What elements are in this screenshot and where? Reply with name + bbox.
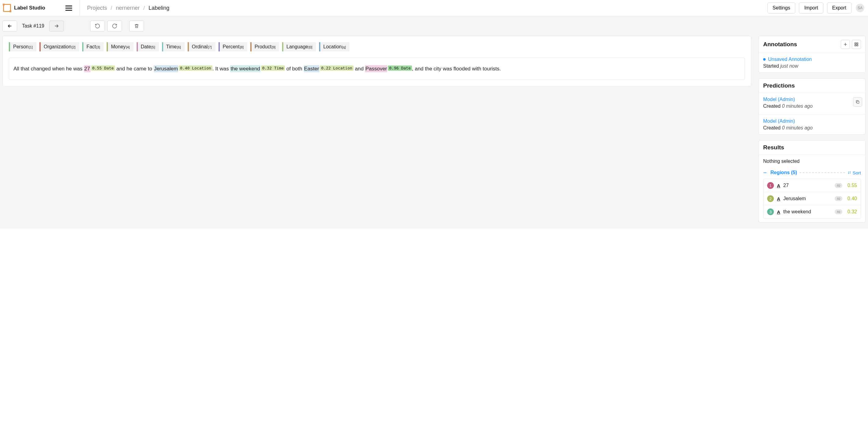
logo-icon — [3, 4, 11, 12]
span-easter[interactable]: Easter — [304, 65, 319, 72]
text-region-icon: A — [777, 196, 780, 201]
region-number: 3 — [767, 208, 774, 215]
label-date[interactable]: Date[5] — [136, 42, 159, 51]
region-text: the weekend — [783, 209, 832, 215]
results-panel: Results Nothing selected − Regions (5) S… — [758, 140, 866, 223]
avatar[interactable]: SA — [856, 4, 864, 12]
span-passover[interactable]: Passover — [365, 65, 387, 72]
region-number: 2 — [767, 195, 774, 202]
label-time[interactable]: Time[6] — [162, 42, 185, 51]
span-badge: 0.40 Location — [179, 65, 212, 71]
undo-button[interactable] — [90, 21, 105, 31]
svg-rect-2 — [855, 45, 856, 46]
region-text: Jerusalem — [783, 196, 832, 201]
region-item[interactable]: 2AJerusalemro0.40 — [764, 192, 861, 205]
text-content[interactable]: All that changed when he was 270.55 Date… — [9, 58, 745, 80]
sort-button[interactable]: Sort — [847, 170, 861, 175]
region-text: 27 — [783, 183, 832, 188]
nothing-selected: Nothing selected — [763, 159, 861, 164]
divider — [80, 0, 80, 16]
readonly-badge: ro — [835, 183, 842, 188]
predictions-panel: Predictions Model (Admin)Created 0 minut… — [758, 78, 866, 135]
region-item[interactable]: 3Athe weekendro0.32 — [764, 205, 861, 218]
prediction-model-link[interactable]: Model (Admin) — [763, 97, 861, 102]
svg-rect-1 — [857, 43, 858, 44]
region-score: 0.32 — [845, 209, 857, 215]
label-percent[interactable]: Percent[8] — [219, 42, 247, 51]
settings-button[interactable]: Settings — [768, 2, 796, 13]
collapse-icon[interactable]: − — [763, 170, 767, 176]
back-button[interactable] — [2, 21, 17, 31]
breadcrumb-project[interactable]: nernerner — [116, 5, 140, 11]
region-item[interactable]: 1A27ro0.55 — [764, 179, 861, 192]
span-badge: 0.32 Time — [261, 65, 285, 71]
readonly-badge: ro — [835, 209, 842, 214]
predictions-title: Predictions — [763, 82, 795, 89]
status-dot-icon — [763, 58, 766, 61]
breadcrumb: Projects / nernerner / Labeling — [87, 5, 169, 11]
svg-rect-3 — [857, 45, 858, 46]
span-27[interactable]: 27 — [84, 65, 90, 72]
label-ordinal[interactable]: Ordinal[7] — [188, 42, 215, 51]
menu-icon[interactable] — [65, 4, 72, 12]
prediction-item[interactable]: Model (Admin)Created 0 minutes ago — [759, 93, 865, 113]
breadcrumb-current: Labeling — [149, 5, 169, 11]
breadcrumb-projects[interactable]: Projects — [87, 5, 107, 11]
readonly-badge: ro — [835, 196, 842, 201]
label-fact[interactable]: Fact[3] — [82, 42, 103, 51]
annotations-panel: Annotations Unsaved Annotation Started j… — [758, 36, 866, 73]
text-region-icon: A — [777, 209, 780, 215]
redo-button[interactable] — [107, 21, 122, 31]
label-money[interactable]: Money[4] — [107, 42, 133, 51]
text-region-icon: A — [777, 183, 780, 188]
span-badge: 0.22 Location — [320, 65, 353, 71]
svg-rect-4 — [857, 101, 859, 104]
results-title: Results — [763, 144, 784, 151]
delete-button[interactable] — [129, 21, 144, 31]
prediction-model-link[interactable]: Model (Admin) — [763, 118, 861, 124]
region-number: 1 — [767, 182, 774, 189]
grid-view-button[interactable] — [852, 40, 861, 49]
add-annotation-button[interactable] — [841, 40, 850, 49]
label-language[interactable]: Language[0] — [282, 42, 316, 51]
region-score: 0.55 — [845, 183, 857, 188]
copy-prediction-button[interactable] — [853, 97, 862, 107]
span-weekend[interactable]: the weekend — [230, 65, 260, 72]
span-jerusalem[interactable]: Jerusalem — [154, 65, 178, 72]
label-organization[interactable]: Organization[2] — [39, 42, 79, 51]
span-badge: 0.96 Date — [388, 65, 412, 71]
unsaved-annotation-link[interactable]: Unsaved Annotation — [768, 57, 812, 62]
regions-label[interactable]: Regions (5) — [771, 170, 797, 175]
export-button[interactable]: Export — [827, 2, 851, 13]
label-location[interactable]: Location[q] — [319, 42, 350, 51]
brand-name: Label Studio — [14, 5, 45, 11]
annotations-title: Annotations — [763, 41, 797, 48]
import-button[interactable]: Import — [799, 2, 823, 13]
span-badge: 0.55 Date — [91, 65, 115, 71]
next-task-button[interactable] — [49, 21, 64, 31]
label-person[interactable]: Person[1] — [9, 42, 36, 51]
task-label: Task #119 — [20, 23, 47, 29]
region-score: 0.40 — [845, 196, 857, 201]
prediction-item[interactable]: Model (Admin)Created 0 minutes ago — [759, 114, 865, 134]
label-product[interactable]: Product[9] — [250, 42, 279, 51]
svg-rect-0 — [855, 43, 856, 44]
labeling-panel: Person[1]Organization[2]Fact[3]Money[4]D… — [2, 36, 751, 86]
